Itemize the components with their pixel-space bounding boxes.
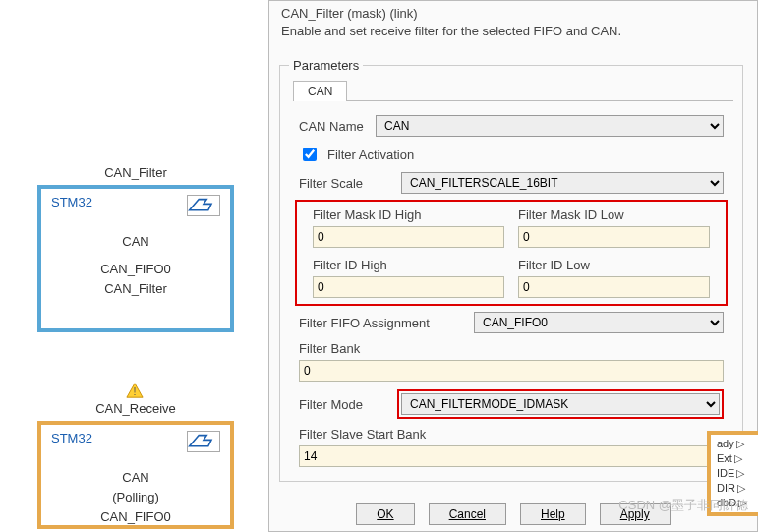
svg-text:!: ! [134,385,137,397]
parameters-legend: Parameters [289,58,363,73]
mask-low-input[interactable] [518,226,710,248]
block-label-receive: CAN_Receive [37,401,234,416]
property-panel: CAN_Filter (mask) (link) Enable and set … [268,0,758,532]
block-body: CAN (Polling) CAN_FIFO0 [45,468,226,527]
slave-bank-input[interactable] [299,445,724,467]
ok-button[interactable]: OK [356,503,414,525]
id-high-input[interactable] [313,276,504,298]
filter-scale-select[interactable]: CAN_FILTERSCALE_16BIT [401,172,724,194]
highlight-mode: CAN_FILTERMODE_IDMASK [397,389,724,419]
can-name-label: CAN Name [299,119,368,134]
id-high-label: Filter ID High [313,258,504,272]
block-can-filter[interactable]: STM32 CAN CAN_FIFO0 CAN_Filter [37,185,234,332]
bank-input[interactable] [299,360,724,382]
id-low-input[interactable] [518,276,710,298]
mode-select[interactable]: CAN_FILTERMODE_IDMASK [401,393,720,415]
block-label-filter: CAN_Filter [37,165,234,180]
fifo-label: Filter FIFO Assignment [299,316,466,330]
mask-high-input[interactable] [313,226,504,248]
block-description: CAN_Filter (mask) (link) Enable and set … [281,5,745,40]
filter-activation-checkbox[interactable] [303,148,317,161]
mask-high-label: Filter Mask ID High [313,207,504,222]
fifo-select[interactable]: CAN_FIFO0 [474,312,724,333]
highlight-mask-id: Filter Mask ID High Filter Mask ID Low F… [295,200,728,306]
tab-can[interactable]: CAN [293,81,347,101]
stm32-label: STM32 [51,431,92,445]
cancel-button[interactable]: Cancel [429,503,506,525]
can-name-select[interactable]: CAN [376,115,724,137]
slave-bank-label: Filter Slave Start Bank [299,427,724,442]
watermark: CSDN @墨子非同阶德 [618,497,748,514]
stm32-label: STM32 [51,195,92,209]
filter-activation-label: Filter Activation [327,148,414,162]
warning-icon: ! [126,382,144,399]
id-low-label: Filter ID Low [518,258,710,272]
parameters-group: Parameters CAN CAN Name CAN Filter Activ… [279,58,743,482]
help-button[interactable]: Help [520,503,586,525]
block-body: CAN CAN_FIFO0 CAN_Filter [45,232,226,299]
st-logo-icon [187,195,220,216]
mask-low-label: Filter Mask ID Low [518,207,710,222]
block-can-receive[interactable]: STM32 CAN (Polling) CAN_FIFO0 [37,421,234,529]
st-logo-icon [187,431,220,452]
mode-label: Filter Mode [299,397,389,412]
bank-label: Filter Bank [299,341,724,356]
filter-scale-label: Filter Scale [299,176,393,191]
